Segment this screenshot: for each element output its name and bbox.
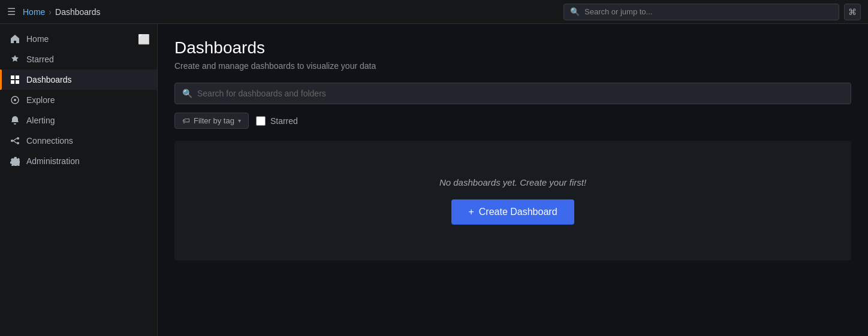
search-icon: 🔍: [570, 7, 580, 16]
breadcrumb: Home › Dashboards: [23, 7, 101, 17]
keyboard-shortcut-icon[interactable]: ⌘: [844, 4, 861, 20]
sidebar-item-starred[interactable]: Starred: [0, 49, 157, 69]
svg-line-10: [13, 141, 17, 143]
breadcrumb-home-link[interactable]: Home: [23, 7, 45, 17]
breadcrumb-separator: ›: [49, 7, 52, 17]
tag-icon: 🏷: [182, 116, 190, 125]
svg-rect-0: [11, 75, 14, 79]
menu-icon[interactable]: ☰: [7, 6, 16, 17]
dashboard-search-bar[interactable]: 🔍: [174, 83, 851, 104]
svg-line-9: [13, 138, 17, 141]
filter-row: 🏷 Filter by tag ▾ Starred: [174, 113, 851, 129]
sidebar-label-dashboards: Dashboards: [26, 75, 72, 84]
svg-rect-2: [11, 80, 14, 84]
sidebar-item-explore[interactable]: Explore: [0, 90, 157, 110]
bell-icon: [10, 115, 20, 126]
search-icon: 🔍: [182, 89, 192, 98]
empty-state-message: No dashboards yet. Create your first!: [439, 177, 586, 187]
app-layout: Home ⬜ Starred Dashboards Explore: [0, 24, 868, 336]
sidebar-item-dashboards[interactable]: Dashboards: [0, 69, 157, 90]
dashboard-search-input[interactable]: [197, 89, 843, 98]
chevron-down-icon: ▾: [238, 117, 241, 124]
sidebar-label-starred: Starred: [26, 55, 54, 64]
sidebar-item-home[interactable]: Home ⬜: [0, 29, 157, 49]
sidebar-item-connections[interactable]: Connections: [0, 131, 157, 151]
star-icon: [10, 54, 20, 65]
explore-icon: [10, 95, 20, 105]
sidebar-item-alerting[interactable]: Alerting: [0, 110, 157, 131]
svg-rect-1: [16, 75, 19, 79]
create-dashboard-label: Create Dashboard: [479, 207, 557, 217]
sidebar-label-explore: Explore: [26, 95, 55, 105]
sidebar: Home ⬜ Starred Dashboards Explore: [0, 24, 158, 336]
page-title: Dashboards: [174, 38, 851, 57]
plus-icon: +: [468, 207, 474, 217]
sidebar-item-administration[interactable]: Administration: [0, 151, 157, 171]
global-search-bar[interactable]: 🔍 Search or jump to...: [563, 4, 839, 20]
svg-rect-3: [16, 80, 19, 84]
main-content: Dashboards Create and manage dashboards …: [158, 24, 868, 336]
svg-point-7: [17, 137, 19, 140]
search-placeholder-text: Search or jump to...: [584, 7, 652, 16]
sidebar-label-alerting: Alerting: [26, 116, 55, 125]
starred-filter-label[interactable]: Starred: [256, 116, 298, 126]
page-subtitle: Create and manage dashboards to visualiz…: [174, 61, 851, 71]
svg-point-5: [14, 99, 16, 101]
sidebar-label-connections: Connections: [26, 136, 73, 146]
topbar-right-actions: ⌘: [844, 4, 861, 20]
create-dashboard-button[interactable]: + Create Dashboard: [451, 199, 574, 225]
filter-by-tag-button[interactable]: 🏷 Filter by tag ▾: [174, 113, 249, 129]
sidebar-label-administration: Administration: [26, 156, 80, 166]
empty-state-container: No dashboards yet. Create your first! + …: [174, 141, 851, 261]
svg-point-8: [17, 142, 19, 144]
filter-tag-label: Filter by tag: [194, 116, 234, 125]
gear-icon: [10, 156, 20, 167]
breadcrumb-current: Dashboards: [55, 7, 101, 17]
starred-filter-text: Starred: [270, 116, 298, 126]
svg-point-6: [11, 140, 13, 142]
starred-checkbox[interactable]: [256, 116, 266, 126]
topbar: ☰ Home › Dashboards 🔍 Search or jump to.…: [0, 0, 868, 24]
home-icon: [10, 34, 20, 44]
sidebar-label-home: Home: [26, 34, 49, 44]
connections-icon: [10, 135, 20, 146]
dashboards-icon: [10, 74, 20, 85]
sidebar-collapse-icon[interactable]: ⬜: [138, 34, 150, 45]
